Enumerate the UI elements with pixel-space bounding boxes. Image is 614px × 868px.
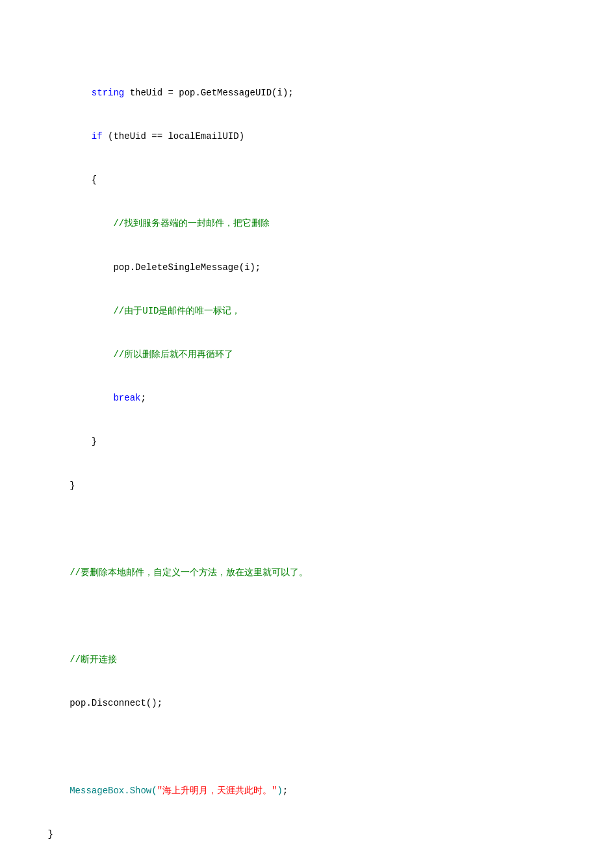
code-line: if (theUid == localEmailUID) [26, 129, 614, 143]
code-line: //要删除本地邮件，自定义一个方法，放在这里就可以了。 [26, 565, 614, 580]
code-line: break; [26, 391, 614, 405]
code-line [26, 740, 614, 754]
code-line: pop.Disconnect(); [26, 696, 614, 710]
keyword-if: if [92, 131, 103, 142]
code-editor: string theUid = pop.GetMessageUID(i); if… [0, 0, 614, 868]
code-line: pop.DeleteSingleMessage(i); [26, 260, 614, 275]
code-line: MessageBox.Show("海上升明月，天涯共此时。"); [26, 784, 614, 798]
comment: //要删除本地邮件，自定义一个方法，放在这里就可以了。 [70, 567, 308, 578]
code-line: //断开连接 [26, 652, 614, 667]
code-line [26, 522, 614, 536]
keyword-break: break [113, 393, 140, 403]
string-literal: "海上升明月，天涯共此时。" [157, 786, 277, 796]
code-line [26, 609, 614, 623]
comment: //所以删除后就不用再循环了 [113, 349, 233, 360]
comment: //找到服务器端的一封邮件，把它删除 [113, 218, 270, 229]
code-line: } [26, 827, 614, 841]
code-line: //由于UID是邮件的唯一标记， [26, 304, 614, 318]
code-line: string theUid = pop.GetMessageUID(i); [26, 86, 614, 100]
code-line: //找到服务器端的一封邮件，把它删除 [26, 216, 614, 230]
keyword-string: string [92, 88, 124, 98]
comment: //由于UID是邮件的唯一标记， [113, 306, 240, 316]
code-line: } [26, 478, 614, 493]
code-line: //所以删除后就不用再循环了 [26, 347, 614, 362]
code-line [26, 42, 614, 56]
comment: //断开连接 [70, 654, 117, 665]
code-line: } [26, 434, 614, 449]
code-line: { [26, 173, 614, 187]
messagebox-show: MessageBox.Show("海上升明月，天涯共此时。") [70, 786, 283, 796]
